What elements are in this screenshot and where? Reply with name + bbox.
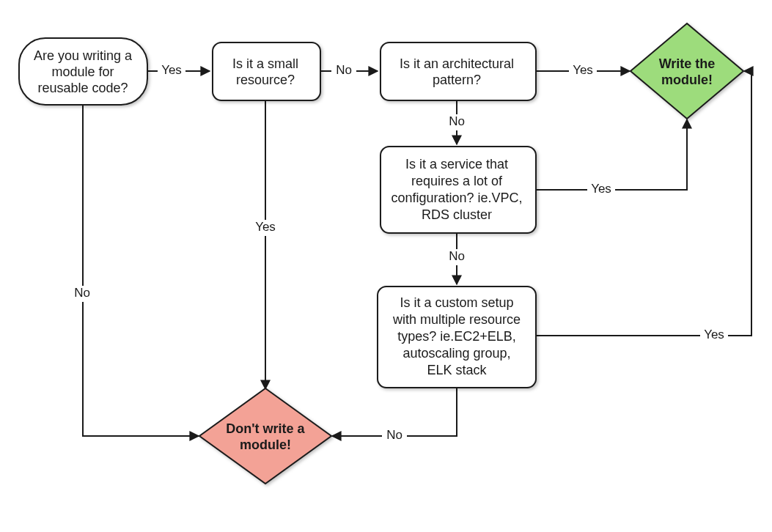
svg-text:requires a lot of: requires a lot of xyxy=(411,174,503,188)
edge-label-start-dont: No xyxy=(74,286,90,300)
svg-rect-14 xyxy=(213,43,320,100)
svg-text:reusable code?: reusable code? xyxy=(37,81,128,95)
node-custom-setup: Is it a custom setup with multiple resou… xyxy=(378,287,536,388)
flowchart-canvas: Yes No No Yes Yes No Yes No Yes xyxy=(0,0,772,532)
svg-text:module!: module! xyxy=(240,437,291,452)
edge-label-arch-write: Yes xyxy=(573,63,593,77)
svg-text:Don't write a: Don't write a xyxy=(226,421,305,436)
svg-rect-17 xyxy=(381,43,536,100)
node-small-resource: Is it a small resource? xyxy=(213,43,320,100)
svg-text:module!: module! xyxy=(661,73,713,87)
svg-text:Is it a service that: Is it a service that xyxy=(405,157,508,171)
edge-label-small-dont: Yes xyxy=(255,220,276,234)
edge-label-small-arch: No xyxy=(336,63,352,77)
edge-label-config-write: Yes xyxy=(591,182,611,196)
svg-marker-34 xyxy=(631,23,743,119)
svg-text:Is it a small: Is it a small xyxy=(232,56,298,71)
svg-text:Write the: Write the xyxy=(659,56,716,71)
edge-label-arch-config: No xyxy=(449,114,465,128)
svg-text:autoscaling group,: autoscaling group, xyxy=(402,346,510,361)
svg-text:Is it an architectural: Is it an architectural xyxy=(400,56,514,71)
edge-config-write xyxy=(536,119,687,190)
node-config-service: Is it a service that requires a lot of c… xyxy=(381,147,536,233)
node-arch-pattern: Is it an architectural pattern? xyxy=(381,43,536,100)
svg-text:pattern?: pattern? xyxy=(433,73,481,87)
edge-label-start-small: Yes xyxy=(161,63,182,77)
svg-text:Are you writing a: Are you writing a xyxy=(34,48,133,63)
node-dont-write: Don't write a module! xyxy=(199,388,331,484)
svg-text:RDS cluster: RDS cluster xyxy=(422,207,492,222)
node-write-module: Write the module! xyxy=(631,23,743,119)
edge-label-custom-write: Yes xyxy=(704,328,724,341)
svg-text:module for: module for xyxy=(51,64,114,79)
svg-text:ELK stack: ELK stack xyxy=(427,363,487,377)
svg-marker-31 xyxy=(199,388,331,484)
edge-custom-write xyxy=(536,71,751,336)
svg-text:resource?: resource? xyxy=(236,73,295,87)
svg-text:configuration? ie.VPC,: configuration? ie.VPC, xyxy=(391,191,522,205)
svg-text:Is it a custom setup: Is it a custom setup xyxy=(400,295,513,310)
node-start: Are you writing a module for reusable co… xyxy=(19,38,147,105)
svg-text:with multiple resource: with multiple resource xyxy=(392,312,521,327)
edge-label-config-custom: No xyxy=(449,249,465,263)
svg-text:types? ie.EC2+ELB,: types? ie.EC2+ELB, xyxy=(397,329,516,344)
edge-start-dont xyxy=(83,105,199,436)
edge-label-custom-dont: No xyxy=(386,428,402,442)
